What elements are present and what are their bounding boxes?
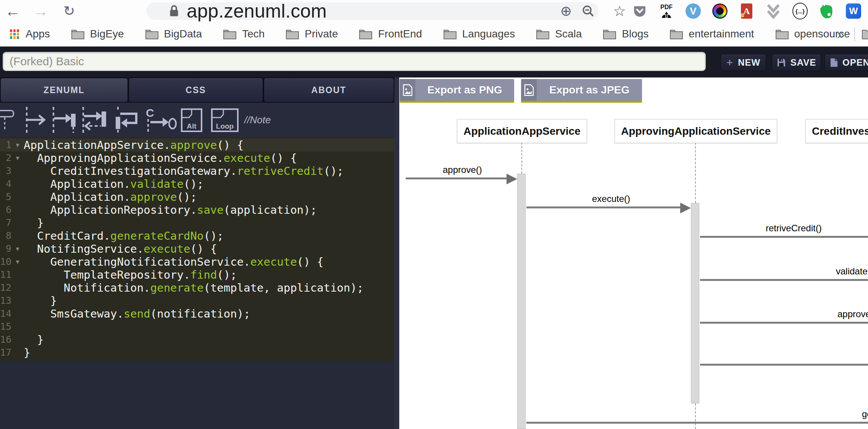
code-line[interactable]: 15 — [0, 320, 394, 333]
save-button[interactable]: SAVE — [772, 54, 821, 71]
code-line[interactable]: 3 CreditInvestigationGatewary.retriveCre… — [0, 165, 394, 177]
evernote-icon[interactable] — [819, 3, 834, 19]
note-tool-icon[interactable]: //Note — [244, 114, 271, 126]
loop-fragment-tool-icon[interactable]: Loop — [209, 106, 240, 134]
self-message-tool-icon[interactable] — [111, 106, 144, 134]
code-line[interactable]: 10▾ GeneratingNotificationService.execut… — [0, 255, 394, 268]
sync-message-tool-icon[interactable] — [50, 106, 79, 134]
folder-icon[interactable] — [862, 29, 868, 39]
panel-divider[interactable] — [394, 77, 399, 429]
zoom-out-icon[interactable] — [582, 5, 595, 18]
message-label: approve() — [443, 165, 482, 175]
line-number: 10 — [0, 255, 11, 268]
fold-spacer — [11, 307, 24, 320]
line-number: 3 — [0, 165, 11, 177]
editor-toolbar: C Alt Loop //Note — [0, 103, 394, 137]
pdf-icon[interactable]: PDF — [659, 3, 674, 19]
alt-label: Alt — [179, 122, 204, 131]
camera-lens-icon[interactable] — [712, 3, 728, 19]
lock-icon[interactable] — [168, 4, 180, 18]
bookmark-item[interactable]: Scala — [536, 28, 582, 40]
bookmark-item[interactable]: entertainment — [670, 28, 754, 40]
back-icon[interactable]: ← — [3, 2, 22, 21]
gray-chevron-icon[interactable] — [766, 3, 781, 19]
bookmark-item[interactable]: BigData — [145, 28, 202, 40]
code-line[interactable]: 1▾ApplicationAppService.approve() { — [0, 139, 394, 152]
diagram-title-input[interactable] — [3, 52, 706, 71]
fold-spacer — [11, 333, 24, 346]
arrowhead-icon — [507, 174, 517, 184]
folder-icon — [776, 29, 789, 39]
dictionary-icon[interactable]: A — [739, 3, 754, 19]
bookmark-item[interactable]: Tech — [223, 28, 265, 40]
tab-css[interactable]: CSS — [128, 77, 263, 103]
url-text[interactable]: app.zenuml.com — [187, 2, 327, 20]
fold-arrow-icon[interactable]: ▾ — [11, 255, 24, 268]
code-editor[interactable]: 1▾ApplicationAppService.approve() {2▾ Ap… — [0, 137, 394, 361]
bookmark-item[interactable]: BigEye — [71, 28, 124, 40]
arrowhead-icon — [680, 203, 691, 213]
code-line[interactable]: 17} — [0, 346, 394, 359]
return-message-tool-icon[interactable] — [79, 106, 111, 134]
bookmark-item[interactable]: Languages — [444, 28, 515, 40]
reload-icon[interactable]: ↻ — [60, 2, 79, 21]
fold-arrow-icon[interactable]: ▾ — [11, 139, 24, 152]
fold-spacer — [11, 190, 24, 203]
open-button[interactable]: OPEN — [824, 54, 868, 71]
bookmark-label: Private — [305, 28, 338, 40]
code-line[interactable]: 11 TemplateRepository.find(); — [0, 268, 394, 281]
create-message-tool-icon[interactable]: C — [144, 106, 179, 134]
code-line[interactable]: 14 SmsGateway.send(notification); — [0, 307, 394, 320]
forward-icon[interactable]: → — [31, 2, 50, 21]
participant-box[interactable]: ApplicationAppService — [457, 119, 587, 143]
code-text: CreditCard.generateCardNo(); — [24, 229, 224, 242]
bookmark-item[interactable]: Private — [286, 28, 338, 40]
fold-arrow-icon[interactable]: ▾ — [11, 242, 24, 255]
fold-spacer — [11, 281, 24, 294]
code-line[interactable]: 9▾ NotifingService.execute() { — [0, 242, 394, 255]
export-png-button[interactable]: Export as PNG — [400, 79, 514, 103]
export-png-label: Export as PNG — [415, 84, 514, 96]
line-number: 8 — [0, 229, 11, 242]
word-icon[interactable]: W — [846, 3, 861, 19]
code-line[interactable]: 16 } — [0, 333, 394, 346]
bookmark-item[interactable]: Apps — [8, 28, 50, 40]
pocket-icon[interactable] — [632, 3, 647, 19]
vimium-icon[interactable]: V — [686, 3, 701, 19]
bookmarks-overflow-icon[interactable]: » — [837, 27, 844, 42]
message-line — [526, 206, 688, 208]
code-line[interactable]: 7 } — [0, 216, 394, 229]
participant-box[interactable]: ApprovingApplicationService — [615, 119, 777, 143]
code-line[interactable]: 8 CreditCard.generateCardNo(); — [0, 229, 394, 242]
new-button[interactable]: + NEW — [721, 54, 766, 71]
floppy-icon — [777, 58, 786, 67]
address-bar[interactable]: app.zenuml.com ⊕ — [146, 2, 599, 20]
code-line[interactable]: 6 ApplicationRepository.save(application… — [0, 203, 394, 216]
bookmark-label: Blogs — [622, 28, 649, 40]
code-text: ApprovingApplicationService.execute() { — [24, 152, 297, 165]
message-label: ge — [862, 409, 868, 419]
participant-box[interactable]: CreditInves — [805, 119, 868, 143]
bookmark-item[interactable]: FrontEnd — [359, 28, 422, 40]
code-line[interactable]: 2▾ ApprovingApplicationService.execute()… — [0, 152, 394, 165]
lifeline — [695, 142, 696, 203]
line-number: 1 — [0, 139, 11, 152]
zoom-in-icon[interactable]: ⊕ — [560, 3, 572, 19]
message-line — [700, 236, 868, 238]
fold-arrow-icon[interactable]: ▾ — [11, 152, 24, 165]
tab-about[interactable]: ABOUT — [263, 77, 394, 103]
braces-icon[interactable]: {...} — [792, 3, 808, 19]
tab-zenuml[interactable]: ZENUML — [0, 77, 128, 103]
code-line[interactable]: 4 Application.validate(); — [0, 177, 394, 190]
code-line[interactable]: 5 Application.approve(); — [0, 190, 394, 203]
code-line[interactable]: 13 } — [0, 294, 394, 307]
bookmark-item[interactable]: Blogs — [603, 28, 649, 40]
message-line — [700, 322, 868, 324]
participant-tool-icon[interactable] — [0, 106, 15, 134]
export-jpeg-button[interactable]: Export as JPEG — [521, 79, 642, 103]
alt-fragment-tool-icon[interactable]: Alt — [179, 106, 204, 134]
code-text: Application.approve(); — [24, 190, 197, 203]
code-line[interactable]: 12 Notification.generate(template, appli… — [0, 281, 394, 294]
async-message-tool-icon[interactable] — [22, 106, 50, 134]
folder-icon — [359, 29, 372, 39]
